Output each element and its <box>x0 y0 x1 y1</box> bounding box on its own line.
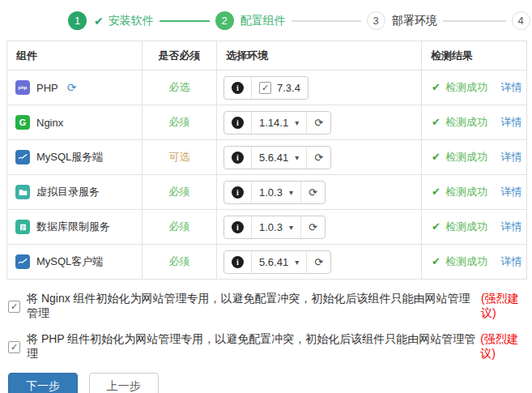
refresh-icon: ⟳ <box>314 117 323 129</box>
environment-control: i 5.6.41 ▾ ⟳ <box>223 146 331 169</box>
init-options: ✓ 将 Nginx 组件初始化为网站管理专用，以避免配置冲突，初始化后该组件只能… <box>8 292 532 361</box>
info-icon[interactable]: i <box>224 251 251 273</box>
step-install-software[interactable]: 1 ✔ 安装软件 <box>68 11 154 30</box>
detail-link[interactable]: 详情 <box>501 116 522 128</box>
php-init-option: ✓ 将 PHP 组件初始化为网站管理专用，以避免配置冲突，初始化后该组件只能由网… <box>8 332 532 361</box>
info-icon[interactable]: i <box>224 147 251 169</box>
version-value: 7.3.4 <box>277 82 300 94</box>
chevron-down-icon: ▾ <box>295 153 299 162</box>
environment-control: i 5.6.41 ▾ ⟳ <box>223 250 331 274</box>
status-text: 检测成功 <box>445 186 487 198</box>
required-badge: 必须 <box>169 116 190 128</box>
environment-control: i ✓ 7.3.4 <box>223 76 309 100</box>
prev-step-button[interactable]: 上一步 <box>89 373 159 393</box>
chevron-down-icon: ▾ <box>289 223 293 232</box>
refresh-version-button[interactable]: ⟳ <box>306 147 330 169</box>
info-icon[interactable]: i <box>224 77 251 99</box>
step-label: 安装软件 <box>109 14 154 28</box>
option-hint: (强烈建议) <box>481 292 532 321</box>
checkbox-check-icon: ✓ <box>259 82 271 94</box>
success-check-icon: ✔ <box>432 151 440 163</box>
environment-control: i 1.0.3 ▾ ⟳ <box>223 181 326 204</box>
component-name: Nginx <box>36 117 63 129</box>
step-finish[interactable]: 4 完成 <box>512 11 532 30</box>
mysql-icon <box>15 254 30 269</box>
refresh-icon: ⟳ <box>309 221 317 233</box>
table-row: MySQL服务端 可选 i 5.6.41 ▾ ⟳ ✔检测成功 详情 <box>7 140 527 175</box>
step-deploy-environment[interactable]: 3 部署环境 <box>367 11 437 30</box>
version-select[interactable]: 5.6.41 ▾ <box>251 251 306 273</box>
nginx-init-checkbox[interactable]: ✓ <box>8 301 20 313</box>
step-number: 2 <box>215 11 234 30</box>
environment-control: i 1.14.1 ▾ ⟳ <box>223 111 331 135</box>
header-required: 是否必须 <box>143 41 217 70</box>
table-header-row: 组件 是否必须 选择环境 检测结果 <box>7 41 527 70</box>
version-value: 5.6.41 <box>259 152 288 164</box>
chevron-down-icon: ▾ <box>289 188 293 197</box>
required-badge: 可选 <box>169 151 190 163</box>
table-row: 数据库限制服务 必须 i 1.0.3 ▾ ⟳ ✔检测成功 详情 <box>7 210 527 245</box>
step-number: 4 <box>512 11 530 30</box>
step-number: 3 <box>367 11 385 30</box>
option-text: 将 PHP 组件初始化为网站管理专用，以避免配置冲突，初始化后该组件只能由网站管… <box>27 332 476 361</box>
detail-link[interactable]: 详情 <box>501 255 522 267</box>
step-label: 部署环境 <box>392 14 437 28</box>
refresh-icon: ⟳ <box>314 152 323 164</box>
environment-control: i 1.0.3 ▾ ⟳ <box>223 216 326 239</box>
success-check-icon: ✔ <box>432 116 440 128</box>
info-icon[interactable]: i <box>224 182 251 203</box>
detail-link[interactable]: 详情 <box>501 186 522 198</box>
detail-link[interactable]: 详情 <box>501 81 522 93</box>
option-hint: (强烈建议) <box>480 332 532 361</box>
detail-link[interactable]: 详情 <box>501 220 522 233</box>
component-name: MySQL客户端 <box>36 254 103 269</box>
required-badge: 必须 <box>169 220 190 233</box>
required-badge: 必须 <box>169 186 190 198</box>
option-text: 将 Nginx 组件初始化为网站管理专用，以避免配置冲突，初始化后该组件只能由网… <box>27 292 477 321</box>
table-row: MySQL客户端 必须 i 5.6.41 ▾ ⟳ ✔检测成功 详情 <box>7 245 527 280</box>
component-table: 组件 是否必须 选择环境 检测结果 php PHP ⟳ 必选 i ✓ 7.3.4 <box>6 41 527 280</box>
version-value: 1.14.1 <box>259 117 288 129</box>
component-name: 虚拟目录服务 <box>36 185 100 199</box>
success-check-icon: ✔ <box>432 81 440 93</box>
refresh-icon: ⟳ <box>309 186 317 199</box>
table-row: G Nginx 必须 i 1.14.1 ▾ ⟳ ✔检测成功 详 <box>7 105 527 140</box>
version-select[interactable]: 1.0.3 ▾ <box>251 182 300 203</box>
info-icon[interactable]: i <box>224 216 251 238</box>
version-value: 1.0.3 <box>259 186 283 199</box>
step-wizard: 1 ✔ 安装软件 2 配置组件 3 部署环境 4 完成 <box>0 0 532 30</box>
header-component: 组件 <box>7 41 143 70</box>
refresh-version-button[interactable]: ⟳ <box>300 216 325 238</box>
refresh-version-button[interactable]: ⟳ <box>306 112 330 134</box>
version-value: 1.0.3 <box>259 221 283 233</box>
chevron-down-icon: ▾ <box>295 258 299 267</box>
mysql-icon <box>15 150 30 164</box>
version-checkbox[interactable]: ✓ 7.3.4 <box>251 77 308 99</box>
component-name: MySQL服务端 <box>36 150 103 164</box>
refresh-version-button[interactable]: ⟳ <box>300 182 325 203</box>
version-select[interactable]: 1.0.3 ▾ <box>251 216 300 238</box>
step-check-icon: ✔ <box>94 15 104 28</box>
detail-link[interactable]: 详情 <box>501 151 522 163</box>
status-text: 检测成功 <box>445 255 487 267</box>
required-badge: 必须 <box>169 255 190 267</box>
success-check-icon: ✔ <box>432 220 440 233</box>
refresh-version-button[interactable]: ⟳ <box>306 251 330 273</box>
required-badge: 必选 <box>169 81 190 93</box>
step-configure-components[interactable]: 2 配置组件 <box>215 11 286 30</box>
success-check-icon: ✔ <box>432 186 440 198</box>
table-row: 虚拟目录服务 必须 i 1.0.3 ▾ ⟳ ✔检测成功 详情 <box>7 175 527 210</box>
nginx-icon: G <box>15 115 30 130</box>
version-select[interactable]: 5.6.41 ▾ <box>251 147 306 169</box>
status-text: 检测成功 <box>445 81 487 93</box>
status-text: 检测成功 <box>445 116 487 128</box>
php-init-checkbox[interactable]: ✓ <box>8 341 20 353</box>
refresh-icon[interactable]: ⟳ <box>67 81 77 94</box>
table-row: php PHP ⟳ 必选 i ✓ 7.3.4 ✔检测成功 详情 <box>7 70 527 105</box>
info-icon[interactable]: i <box>224 112 251 134</box>
refresh-icon: ⟳ <box>314 256 323 268</box>
next-step-button[interactable]: 下一步 <box>8 373 78 393</box>
component-name: 数据库限制服务 <box>36 220 110 234</box>
version-select[interactable]: 1.14.1 ▾ <box>251 112 306 134</box>
status-text: 检测成功 <box>445 220 487 233</box>
